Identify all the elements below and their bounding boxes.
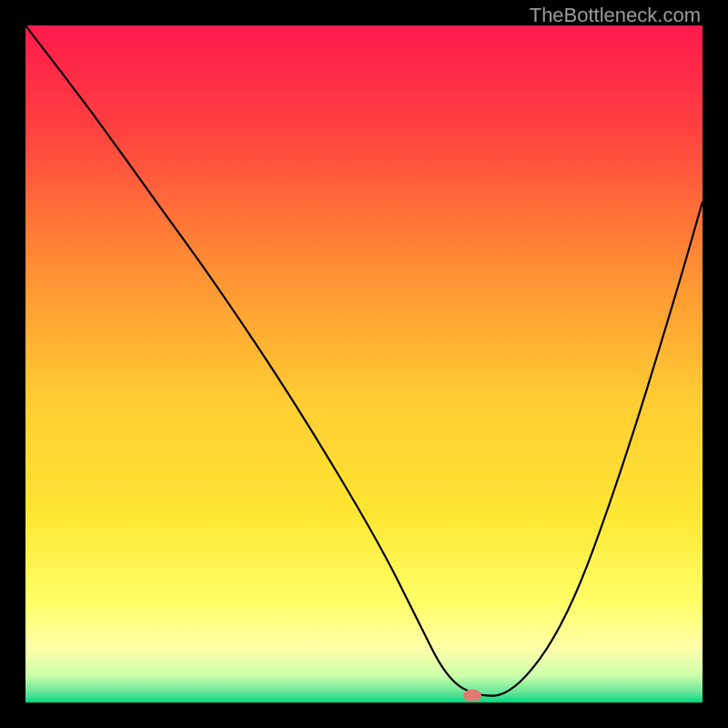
watermark-text: TheBottleneck.com xyxy=(530,4,701,27)
chart-background xyxy=(25,25,703,703)
optimum-marker xyxy=(463,690,481,703)
chart-svg xyxy=(25,25,703,703)
bottleneck-chart xyxy=(25,25,703,703)
